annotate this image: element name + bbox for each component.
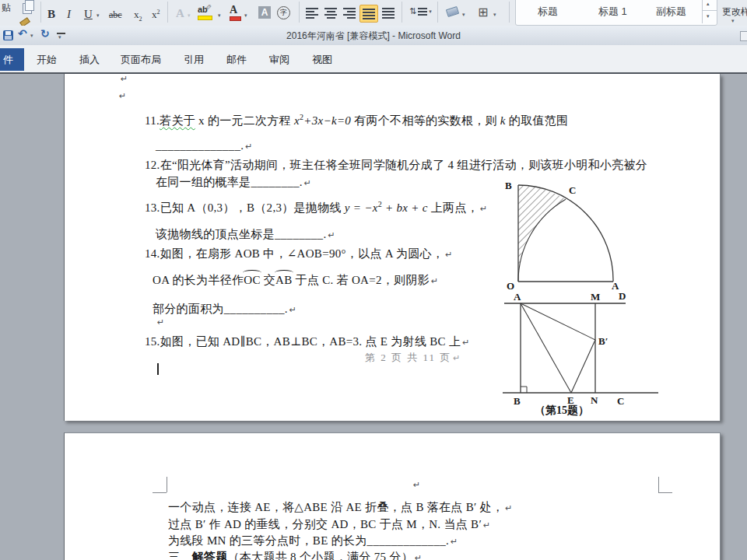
text-effects-button[interactable]: A (176, 7, 184, 20)
label-N: N (591, 394, 598, 406)
highlight-dropdown-icon[interactable]: ▾ (218, 12, 221, 19)
paragraph-mark: ↵ (157, 317, 165, 327)
borders-dropdown-icon[interactable]: ▾ (493, 12, 496, 18)
tab-page-layout[interactable]: 页面布局 (112, 48, 170, 71)
question-11-line-1: 11.若关于 x 的一元二次方程 x2+3x−k=0 有两个不相等的实数根，则 … (145, 113, 568, 128)
arc-OC: OC (244, 274, 260, 287)
line-spacing-arrows-icon: ⇅ (409, 6, 416, 16)
line-AE (521, 303, 571, 393)
underline-dropdown-icon[interactable]: ▾ (96, 12, 100, 19)
justify-button[interactable] (359, 5, 378, 23)
tab-mailings[interactable]: 邮件 (218, 48, 255, 71)
font-color-button[interactable]: A (229, 4, 240, 21)
figure-15-caption: （第15题） (535, 404, 589, 418)
underline-button[interactable]: U (84, 8, 93, 21)
page2-line-4: 三、解答题（本大题共 8 个小题，满分 75 分）↵ (168, 550, 423, 560)
align-left-button[interactable] (303, 5, 321, 21)
change-styles-dropdown-icon: ▾ (731, 18, 735, 24)
tab-home[interactable]: 开始 (28, 48, 65, 71)
tab-file[interactable]: 件 (0, 48, 24, 71)
distribute-text-button[interactable] (380, 5, 397, 21)
window-title: 2016年河南省 [兼容模式] - Microsoft Word (0, 30, 747, 43)
paragraph-mark: ↵ (121, 74, 128, 84)
line-spacing-button[interactable]: ⇅ ▾ (409, 6, 432, 16)
highlight-color-button[interactable]: ab ✎ (198, 5, 211, 20)
align-center-button[interactable] (322, 5, 339, 21)
question-13-line-2: 该抛物线的顶点坐标是________.↵ (156, 227, 335, 242)
text-boundary-mark (658, 492, 672, 493)
tab-review[interactable]: 审阅 (261, 48, 298, 71)
right-angle-mark (521, 387, 527, 393)
strikethrough-button[interactable]: abc (109, 9, 122, 21)
home-ribbon-strip: 贴 B I U ▾ abc x2 x2 A ▾ ab ✎ ▾ A ▾ A 字 (0, 0, 747, 26)
style-subtitle[interactable]: 副标题 (656, 5, 686, 19)
label-C: C (617, 395, 624, 407)
question-14-line-1: 14.如图，在扇形 AOB 中，∠AOB=90°，以点 A 为圆心，↵ (145, 247, 453, 261)
page-footer: 第 2 页 共 11 页↵ (365, 351, 462, 365)
borders-button[interactable]: ⊞ (478, 5, 488, 19)
paragraph-mark: ↵ (413, 480, 421, 490)
figure-question-15: A M D B′ B E N C (499, 289, 662, 408)
shading-bucket-icon[interactable] (447, 8, 458, 16)
bold-button[interactable]: B (47, 8, 55, 21)
font-color-dropdown-icon[interactable]: ▾ (244, 12, 247, 19)
title-bar: ↶ ▾ ↻ ▾ 2016年河南省 [兼容模式] - Microsoft Word (0, 26, 747, 46)
label-D: D (619, 290, 626, 302)
align-right-button[interactable] (341, 5, 358, 21)
ribbon-tab-row: 件 开始 插入 页面布局 引用 邮件 审阅 视图 (0, 45, 747, 74)
tab-insert[interactable]: 插入 (71, 48, 108, 71)
shaded-region (518, 185, 566, 282)
text-boundary-mark (658, 477, 659, 492)
styles-scroll-up-icon[interactable]: ▴ (707, 1, 710, 7)
copy-icon[interactable] (23, 3, 32, 14)
shading-dropdown-icon[interactable]: ▾ (462, 12, 465, 18)
question-14-line-3: 部分的面积为__________.↵ (153, 302, 296, 317)
character-shading-button[interactable]: A (258, 6, 271, 19)
superscript-button[interactable]: x2 (152, 9, 160, 21)
style-heading-1[interactable]: 标题 1 (598, 5, 627, 19)
highlight-pen-icon: ✎ (204, 4, 212, 10)
page2-line-3: 为线段 MN 的三等分点时，BE 的长为_____________.↵ (168, 534, 458, 548)
style-heading[interactable]: 标题 (538, 5, 558, 19)
label-B: B (514, 395, 521, 407)
label-A: A (514, 291, 521, 303)
change-styles-button[interactable]: 更改样 ▾ (721, 0, 747, 26)
page2-line-2: 过点 B′ 作 AD 的垂线，分别交 AD，BC 于点 M，N. 当点 B′↵ (168, 517, 491, 532)
paragraph-mark: ↵ (119, 91, 127, 101)
paste-button[interactable]: 贴 (2, 2, 11, 15)
document-canvas[interactable]: ↵ ↵ 11.若关于 x 的一元二次方程 x2+3x−k=0 有两个不相等的实数… (0, 74, 747, 560)
label-B: B (505, 180, 512, 191)
label-C: C (569, 184, 576, 196)
label-A: A (612, 280, 619, 289)
question-12-line-2: 在同一组的概率是________.↵ (156, 175, 311, 190)
tab-references[interactable]: 引用 (175, 48, 212, 71)
question-13-line-1: 13.已知 A（0,3），B（2,3）是抛物线 y = −x2 + bx + c… (145, 200, 488, 215)
question-14-line-2: OA 的长为半径作OC 交AB 于点 C. 若 OA=2，则阴影↵ (153, 273, 439, 288)
font-color-swatch (230, 16, 241, 21)
figure-question-14: B C O A (503, 173, 627, 289)
tab-view[interactable]: 视图 (303, 48, 341, 71)
styles-gallery-scroll: ▴ ▾ (702, 0, 717, 23)
line-A-Bprime (521, 303, 595, 340)
label-O: O (507, 280, 514, 289)
subscript-button[interactable]: x2 (134, 9, 142, 23)
text-effects-dropdown-icon[interactable]: ▾ (188, 12, 191, 19)
document-page-1[interactable]: ↵ ↵ 11.若关于 x 的一元二次方程 x2+3x−k=0 有两个不相等的实数… (64, 74, 721, 421)
page2-line-1: 一个动点，连接 AE，将△ABE 沿 AE 折叠，点 B 落在点 B′ 处，↵ (168, 500, 513, 515)
label-M: M (591, 291, 600, 303)
line-E-Bprime (571, 340, 595, 393)
text-boundary-mark (153, 492, 167, 493)
text-boundary-mark (167, 477, 167, 492)
question-11-line-2: ______________.↵ (156, 139, 253, 152)
styles-more-icon[interactable]: ▾ (707, 13, 710, 19)
question-15-line-1: 15.如图，已知 AD∥BC，AB⊥BC，AB=3. 点 E 为射线 BC 上↵ (145, 334, 470, 349)
label-B-prime: B′ (598, 335, 608, 347)
enclose-characters-button[interactable]: 字 (277, 6, 290, 19)
question-12-line-1: 12.在“阳光体育”活动期间，班主任将全班同学随机分成了 4 组进行活动，则该班… (145, 158, 647, 173)
format-painter-icon[interactable] (20, 19, 30, 25)
window-control-partial[interactable] (740, 31, 747, 41)
word-application-window: 贴 B I U ▾ abc x2 x2 A ▾ ab ✎ ▾ A ▾ A 字 (0, 0, 747, 560)
arc-AB: AB (275, 274, 292, 287)
document-page-2[interactable]: ↵ 一个动点，连接 AE，将△ABE 沿 AE 折叠，点 B 落在点 B′ 处，… (64, 432, 721, 560)
italic-button[interactable]: I (67, 8, 71, 21)
